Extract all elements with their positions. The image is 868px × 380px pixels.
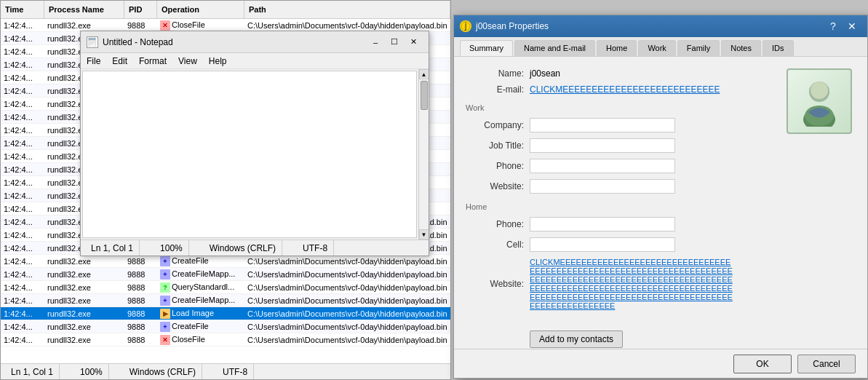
notepad-status-position: Ln 1, Col 1 <box>85 240 140 256</box>
company-label: Company: <box>466 120 524 130</box>
form-row-phone-home: Phone: <box>466 217 771 231</box>
scroll-down-arrow[interactable]: ▼ <box>419 229 429 240</box>
col-header-op[interactable]: Operation <box>157 1 244 18</box>
table-row[interactable]: 1:42:4... rundll32.exe 9888 ?QueryStanda… <box>1 281 450 294</box>
col-header-pid[interactable]: PID <box>124 1 157 18</box>
dialog-help-button[interactable]: ? <box>824 19 843 33</box>
tab-home[interactable]: Home <box>597 40 637 56</box>
form-row-phone-work: Phone: <box>466 159 771 173</box>
notepad-menu-file[interactable]: File <box>81 55 106 68</box>
notepad-menu-edit[interactable]: Edit <box>106 55 133 68</box>
dialog-app-icon: j <box>460 20 471 32</box>
name-label: Name: <box>466 68 524 79</box>
tab-notes[interactable]: Notes <box>721 40 761 56</box>
scroll-thumb[interactable] <box>421 81 428 110</box>
notepad-menu-view[interactable]: View <box>172 55 203 68</box>
status-line-ending: Windows (CRLF) <box>124 364 202 379</box>
home-section-title: Home <box>466 202 771 211</box>
svg-text:j: j <box>464 21 467 31</box>
tab-work[interactable]: Work <box>638 40 675 56</box>
avatar-area <box>783 68 856 337</box>
dialog-close-button[interactable]: ✕ <box>843 19 861 33</box>
notepad-scrollbar-v[interactable]: ▲ ▼ <box>418 69 429 240</box>
notepad-app-icon <box>87 36 98 48</box>
notepad-maximize-button[interactable]: ☐ <box>385 35 404 50</box>
website-work-input[interactable] <box>530 179 675 194</box>
notepad-status-encoding: UTF-8 <box>297 240 334 256</box>
scroll-up-arrow[interactable]: ▲ <box>419 69 429 79</box>
svg-point-9 <box>811 82 828 99</box>
properties-dialog: j j00sean Properties ? ✕ Summary Name an… <box>453 15 868 379</box>
dialog-footer: OK Cancel <box>454 349 867 378</box>
procmon-column-headers: Time Process Name PID Operation Path <box>1 1 450 19</box>
phone-work-label: Phone: <box>466 161 524 171</box>
form-row-add-contact: Add to my contacts <box>466 319 771 348</box>
notepad-text-area[interactable] <box>82 71 417 238</box>
dialog-titlebar: j j00sean Properties ? ✕ <box>454 15 867 37</box>
cell-time: 1:42:4... <box>1 21 44 30</box>
work-section-title: Work <box>466 103 771 112</box>
form-row-jobtitle: Job Title: <box>466 138 771 153</box>
tab-ids[interactable]: IDs <box>763 40 794 56</box>
table-row[interactable]: 1:42:4... rundll32.exe 9888 ▶Load Image … <box>1 307 450 320</box>
company-input[interactable] <box>530 118 675 132</box>
notepad-status-line-ending: Windows (CRLF) <box>204 240 282 256</box>
dialog-form: Name: j00sean E-mail: CLICKMEEEEEEEEEEEE… <box>466 68 771 337</box>
website-home-label: Website: <box>466 279 524 289</box>
cell-label: Cell: <box>466 240 524 250</box>
form-row-website-home: Website: CLICKMEEEEEEEEEEEEEEEEEEEEEEEEE… <box>466 258 771 310</box>
tab-name-email[interactable]: Name and E-mail <box>514 40 595 56</box>
notepad-close-button[interactable]: ✕ <box>404 35 423 50</box>
form-row-company: Company: <box>466 118 771 132</box>
form-row-cell: Cell: <box>466 237 771 252</box>
table-row[interactable]: 1:42:4... rundll32.exe 9888 +CreateFile … <box>1 320 450 333</box>
website-home-value[interactable]: CLICKMEEEEEEEEEEEEEEEEEEEEEEEEEEEEEEEEEE… <box>530 258 733 310</box>
cell-op: ✕CloseFile <box>157 20 244 31</box>
col-header-pname[interactable]: Process Name <box>44 1 124 18</box>
notepad-statusbar: Ln 1, Col 1 100% Windows (CRLF) UTF-8 <box>81 240 429 256</box>
cancel-button[interactable]: Cancel <box>797 355 856 373</box>
notepad-minimize-button[interactable]: – <box>366 35 385 50</box>
website-work-label: Website: <box>466 181 524 191</box>
phone-work-input[interactable] <box>530 159 675 173</box>
table-row[interactable]: 1:42:4... rundll32.exe 9888 +CreateFileM… <box>1 294 450 307</box>
tab-family[interactable]: Family <box>677 40 720 56</box>
jobtitle-label: Job Title: <box>466 140 524 151</box>
ok-button[interactable]: OK <box>733 355 792 373</box>
cell-pname: rundll32.exe <box>44 21 124 30</box>
dialog-content: Name: j00sean E-mail: CLICKMEEEEEEEEEEEE… <box>454 57 867 349</box>
status-zoom: 100% <box>74 364 109 379</box>
phone-home-label: Phone: <box>466 219 524 229</box>
email-value[interactable]: CLICKMEEEEEEEEEEEEEEEEEEEEEEEEEEE <box>530 84 720 95</box>
status-encoding: UTF-8 <box>217 364 254 379</box>
notepad-window: Untitled - Notepad – ☐ ✕ File Edit Forma… <box>80 31 429 256</box>
form-row-website-work: Website: <box>466 179 771 194</box>
col-header-path[interactable]: Path <box>244 1 450 18</box>
table-row[interactable]: 1:42:4... rundll32.exe 9888 ✕CloseFile C… <box>1 333 450 347</box>
cell-pid: 9888 <box>124 21 157 30</box>
status-position: Ln 1, Col 1 <box>5 364 60 379</box>
form-row-email: E-mail: CLICKMEEEEEEEEEEEEEEEEEEEEEEEEEE… <box>466 84 771 95</box>
form-row-name: Name: j00sean <box>466 68 771 79</box>
notepad-titlebar: Untitled - Notepad – ☐ ✕ <box>81 31 429 53</box>
notepad-menu-format[interactable]: Format <box>133 55 172 68</box>
svg-rect-1 <box>89 38 95 40</box>
avatar <box>787 68 852 134</box>
table-row[interactable]: 1:42:4... rundll32.exe 9888 +CreateFileM… <box>1 268 450 281</box>
notepad-title: Untitled - Notepad <box>103 37 366 47</box>
jobtitle-input[interactable] <box>530 138 675 153</box>
col-header-time[interactable]: Time <box>1 1 44 18</box>
phone-home-input[interactable] <box>530 217 675 231</box>
cell-path: C:\Users\admin\Documents\vcf-0day\hidden… <box>244 21 450 30</box>
notepad-menubar: File Edit Format View Help <box>81 53 429 69</box>
notepad-menu-help[interactable]: Help <box>203 55 233 68</box>
dialog-title: j00sean Properties <box>476 21 824 31</box>
add-contact-button[interactable]: Add to my contacts <box>530 330 623 348</box>
notepad-status-zoom: 100% <box>154 240 189 256</box>
dialog-tabs: Summary Name and E-mail Home Work Family… <box>454 37 867 57</box>
email-label: E-mail: <box>466 84 524 95</box>
procmon-statusbar: Ln 1, Col 1 100% Windows (CRLF) UTF-8 <box>1 363 450 379</box>
tab-summary[interactable]: Summary <box>460 40 513 56</box>
cell-input[interactable] <box>530 237 675 252</box>
table-row[interactable]: 1:42:4... rundll32.exe 9888 +CreateFile … <box>1 255 450 268</box>
